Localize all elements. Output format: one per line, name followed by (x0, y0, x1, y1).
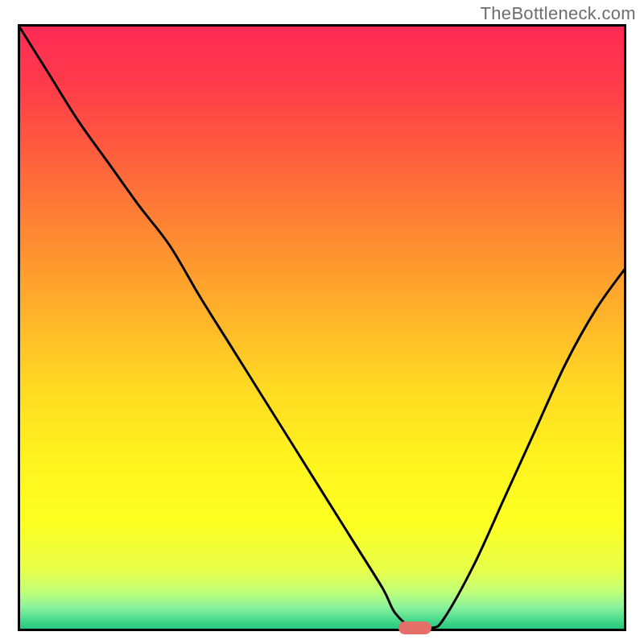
plot-frame (18, 24, 626, 631)
optimal-range-marker (398, 621, 432, 634)
chart-container: TheBottleneck.com (0, 0, 644, 644)
watermark-text: TheBottleneck.com (481, 3, 636, 24)
